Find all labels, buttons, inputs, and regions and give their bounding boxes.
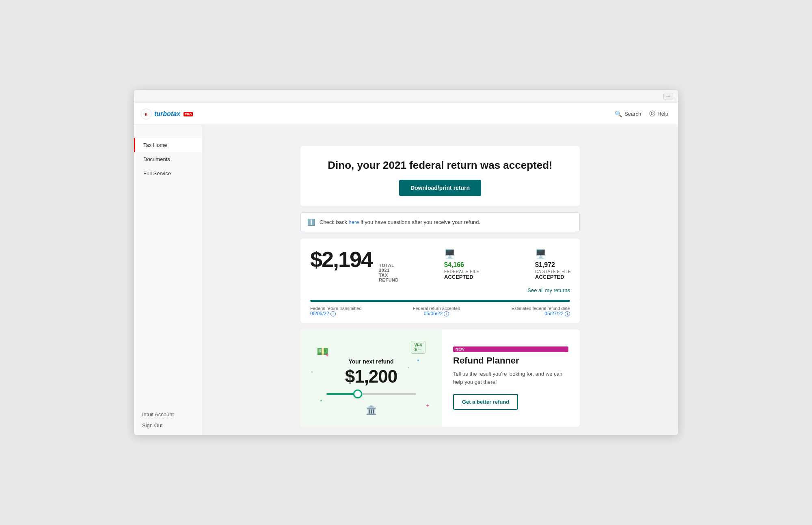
hero-title: Dino, your 2021 federal return was accep… bbox=[310, 159, 570, 172]
minimize-label: — bbox=[666, 94, 670, 99]
progress-date-accepted: 05/06/22 i bbox=[424, 311, 449, 316]
decoration-dot5: ● bbox=[311, 370, 313, 374]
see-all-returns-link[interactable]: See all my returns bbox=[310, 287, 570, 293]
decoration-dot1: ✦ bbox=[325, 352, 330, 358]
sidebar-item-full-service[interactable]: Full Service bbox=[134, 166, 202, 181]
sidebar-bottom: Intuit Account Sign Out bbox=[134, 405, 202, 435]
titlebar: — bbox=[134, 90, 678, 103]
planner-description: Tell us the result you're looking for, a… bbox=[453, 370, 568, 386]
refund-label-top: TOTAL 2021 bbox=[379, 263, 399, 273]
sidebar-bottom-item-label: Sign Out bbox=[142, 422, 163, 428]
new-badge: NEW bbox=[453, 346, 568, 352]
help-button[interactable]: ⓪ Help bbox=[649, 110, 668, 118]
progress-info-icon3[interactable]: i bbox=[565, 311, 570, 316]
hero-card: Dino, your 2021 federal return was accep… bbox=[300, 146, 580, 206]
topbar: tt turbotax PRO 🔍 Search ⓪ Help bbox=[134, 103, 678, 125]
money-icon: 💵 bbox=[317, 346, 329, 357]
planner-right: NEW Refund Planner Tell us the result yo… bbox=[442, 329, 580, 427]
sidebar-sign-out[interactable]: Sign Out bbox=[142, 422, 194, 428]
progress-labels: Federal return transmitted 05/06/22 i Fe… bbox=[310, 306, 570, 316]
w4-card: W-4$ ═ bbox=[411, 341, 425, 354]
sidebar-item-tax-home[interactable]: Tax Home bbox=[134, 138, 202, 152]
refund-amount: $2,194 bbox=[310, 247, 372, 272]
svg-text:tt: tt bbox=[145, 112, 147, 116]
progress-label-text: Federal return accepted bbox=[413, 306, 460, 311]
progress-step-accepted: Federal return accepted 05/06/22 i bbox=[413, 306, 460, 316]
progress-info-icon[interactable]: i bbox=[330, 311, 336, 316]
progress-date-refund: 05/27/22 i bbox=[544, 311, 570, 316]
decoration-dot3: ● bbox=[320, 398, 322, 402]
federal-status: ACCEPTED bbox=[444, 274, 490, 280]
info-icon: ℹ️ bbox=[307, 218, 315, 226]
federal-amount: $4,166 bbox=[444, 261, 490, 269]
refund-label-bottom: TAX REFUND bbox=[379, 273, 399, 282]
download-print-button[interactable]: Download/print return bbox=[399, 180, 481, 196]
progress-label-text: Federal return transmitted bbox=[310, 306, 362, 311]
planner-slider[interactable] bbox=[326, 393, 416, 395]
pro-badge: PRO bbox=[184, 112, 193, 116]
progress-step-transmitted: Federal return transmitted 05/06/22 i bbox=[310, 306, 362, 316]
progress-bar-track bbox=[310, 300, 570, 302]
sidebar-item-label: Tax Home bbox=[143, 142, 167, 148]
planner-next-label: Your next refund bbox=[349, 358, 394, 365]
search-label: Search bbox=[624, 111, 641, 117]
info-banner: ℹ️ Check back here if you have questions… bbox=[300, 212, 580, 232]
planner-left: 💵 W-4$ ═ ✦ ● ● ✦ ● ● 🏛️ Your next refund bbox=[300, 329, 442, 427]
sidebar: Tax Home Documents Full Service Intuit A… bbox=[134, 103, 202, 435]
planner-section: 💵 W-4$ ═ ✦ ● ● ✦ ● ● 🏛️ Your next refund bbox=[300, 329, 580, 427]
building-icon: 🏛️ bbox=[366, 405, 377, 415]
info-here-link[interactable]: here bbox=[349, 219, 359, 225]
state-efile-block: 🖥️ $1,972 CA STATE E-FILE ACCEPTED bbox=[525, 249, 590, 280]
progress-label-text: Estimated federal refund date bbox=[512, 306, 570, 311]
get-better-refund-button[interactable]: Get a better refund bbox=[453, 394, 518, 410]
progress-bar-fill bbox=[310, 300, 570, 302]
search-button[interactable]: 🔍 Search bbox=[615, 110, 641, 118]
sidebar-intuit-account[interactable]: Intuit Account bbox=[142, 411, 194, 417]
planner-amount: $1,200 bbox=[345, 366, 397, 387]
total-refund-block: $2,194 TOTAL 2021 TAX REFUND bbox=[310, 247, 408, 282]
progress-section: Federal return transmitted 05/06/22 i Fe… bbox=[300, 300, 580, 323]
sidebar-nav: Tax Home Documents Full Service bbox=[134, 138, 202, 405]
state-amount: $1,972 bbox=[535, 261, 581, 269]
app-shell: Tax Home Documents Full Service Intuit A… bbox=[134, 103, 678, 435]
main-content: Dino, your 2021 federal return was accep… bbox=[202, 103, 678, 435]
state-status: ACCEPTED bbox=[535, 274, 581, 280]
help-icon: ⓪ bbox=[649, 110, 655, 118]
search-icon: 🔍 bbox=[615, 110, 622, 118]
help-label: Help bbox=[657, 111, 668, 117]
content-inner: Dino, your 2021 federal return was accep… bbox=[294, 146, 586, 427]
refund-label-block: TOTAL 2021 TAX REFUND bbox=[379, 263, 399, 282]
sidebar-item-label: Full Service bbox=[143, 170, 171, 176]
federal-efile-block: 🖥️ $4,166 FEDERAL E-FILE ACCEPTED bbox=[434, 249, 499, 280]
sidebar-bottom-item-label: Intuit Account bbox=[142, 411, 174, 417]
info-banner-text: Check back here if you have questions af… bbox=[320, 219, 480, 225]
sidebar-item-label: Documents bbox=[143, 156, 170, 162]
sidebar-item-documents[interactable]: Documents bbox=[134, 152, 202, 166]
planner-slider-track bbox=[326, 393, 416, 395]
federal-efile-icon: 🖥️ bbox=[444, 249, 490, 260]
turbotax-logo-icon: tt bbox=[140, 108, 152, 120]
topbar-right: 🔍 Search ⓪ Help bbox=[615, 110, 668, 118]
decoration-dot2: ● bbox=[417, 358, 419, 362]
planner-slider-thumb[interactable] bbox=[353, 389, 362, 398]
progress-step-refund-date: Estimated federal refund date 05/27/22 i bbox=[512, 306, 570, 316]
progress-date-transmitted: 05/06/22 i bbox=[310, 311, 336, 316]
refund-summary-card: $2,194 TOTAL 2021 TAX REFUND 🖥️ $4,166 F… bbox=[300, 239, 580, 300]
minimize-button[interactable]: — bbox=[663, 94, 673, 99]
progress-info-icon2[interactable]: i bbox=[444, 311, 449, 316]
federal-label: FEDERAL E-FILE bbox=[444, 269, 490, 274]
planner-title: Refund Planner bbox=[453, 355, 568, 366]
logo-text: turbotax bbox=[154, 110, 180, 118]
decoration-dot6: ● bbox=[408, 366, 409, 369]
state-label: CA STATE E-FILE bbox=[535, 269, 581, 274]
app-window: — tt turbotax PRO 🔍 Search ⓪ Help bbox=[134, 90, 678, 435]
decoration-dot4: ✦ bbox=[425, 403, 430, 409]
logo-area: tt turbotax PRO bbox=[140, 108, 193, 120]
summary-row: $2,194 TOTAL 2021 TAX REFUND 🖥️ $4,166 F… bbox=[310, 247, 570, 282]
state-efile-icon: 🖥️ bbox=[535, 249, 581, 260]
